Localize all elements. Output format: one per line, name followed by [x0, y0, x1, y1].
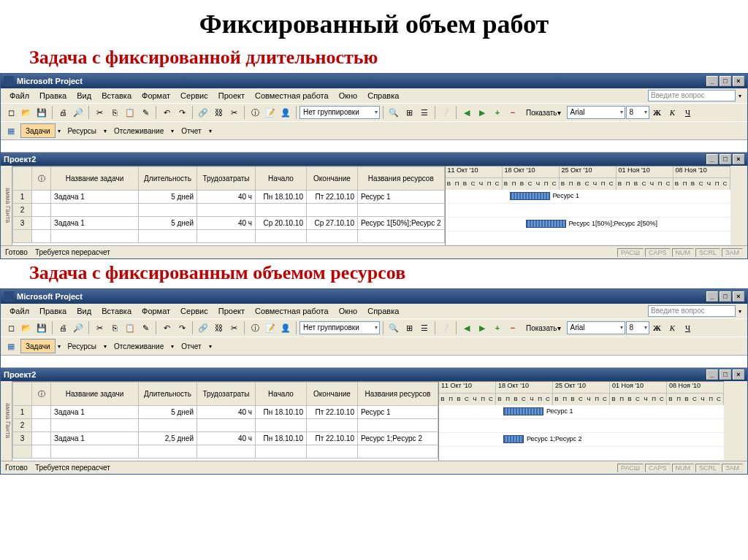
gantt-side-tab[interactable]: амма Ганта: [1, 166, 12, 245]
table-row[interactable]: 1Задача 15 дней40 чПн 18.10.10Пт 22.10.1…: [13, 191, 445, 204]
font-size-combo[interactable]: 8: [626, 106, 649, 119]
font-size-combo[interactable]: 8: [626, 321, 649, 334]
undo-button[interactable]: [159, 321, 174, 335]
task-info-button[interactable]: ⓘ: [248, 321, 262, 335]
gantt-chart[interactable]: 11 Окт '10ВПВСЧПС18 Окт '10ВПВСЧПС25 Окт…: [446, 166, 730, 245]
font-name-combo[interactable]: Arial: [567, 106, 625, 119]
resources-tab[interactable]: Ресурсы: [63, 123, 102, 138]
help-search-input[interactable]: Введите вопрос: [648, 305, 736, 317]
format-painter-button[interactable]: ✎: [138, 321, 153, 335]
menu-file[interactable]: Файл: [5, 305, 34, 317]
gantt-row[interactable]: Ресурс 1[50%];Ресурс 2[50%]: [446, 218, 730, 231]
cut-button[interactable]: [92, 321, 107, 335]
print-button[interactable]: [56, 105, 70, 120]
copy-button[interactable]: [107, 105, 122, 120]
help-icon[interactable]: ❔: [438, 105, 453, 120]
notes-button[interactable]: 📝: [263, 321, 278, 335]
underline-button[interactable]: Ч: [681, 321, 695, 335]
doc-maximize-button[interactable]: □: [720, 369, 731, 380]
doc-close-button[interactable]: ×: [733, 154, 744, 164]
indent-button[interactable]: [475, 321, 489, 335]
help-search-input[interactable]: Введите вопрос: [648, 90, 736, 101]
doc-maximize-button[interactable]: □: [720, 154, 731, 164]
cut-button[interactable]: [92, 105, 107, 120]
table-row[interactable]: 2: [13, 204, 445, 217]
format-painter-button[interactable]: ✎: [138, 105, 153, 120]
split-task-button[interactable]: ✂: [226, 105, 241, 120]
formula-bar[interactable]: [1, 139, 747, 153]
maximize-button[interactable]: □: [720, 76, 731, 86]
close-button[interactable]: ×: [733, 291, 744, 302]
gantt-bar[interactable]: [510, 192, 550, 200]
zoom-button[interactable]: [386, 321, 401, 335]
maximize-button[interactable]: □: [720, 291, 731, 302]
minimize-button[interactable]: _: [706, 291, 718, 302]
formula-bar[interactable]: [1, 355, 747, 368]
paste-button[interactable]: [123, 321, 137, 335]
copy-button[interactable]: [107, 321, 122, 335]
menu-file[interactable]: Файл: [5, 90, 34, 101]
goto-task-button[interactable]: ⊞: [402, 105, 416, 120]
outdent-button[interactable]: [459, 321, 474, 335]
outdent-button[interactable]: [459, 105, 474, 120]
gantt-side-tab[interactable]: амма Ганта: [1, 381, 12, 461]
underline-button[interactable]: Ч: [681, 105, 695, 120]
doc-minimize-button[interactable]: _: [706, 369, 718, 380]
menu-tools[interactable]: Сервис: [176, 90, 213, 101]
task-grid[interactable]: ⓘНазвание задачиДлительностьТрудозатраты…: [12, 166, 446, 245]
menu-window[interactable]: Окно: [335, 305, 362, 317]
gantt-row[interactable]: Ресурс 1: [446, 190, 730, 204]
report-tab[interactable]: Отчет: [176, 339, 206, 353]
menu-edit[interactable]: Правка: [35, 90, 71, 101]
menu-insert[interactable]: Вставка: [97, 305, 136, 317]
unlink-tasks-button[interactable]: ⛓: [211, 321, 226, 335]
new-button[interactable]: [4, 105, 18, 120]
paste-button[interactable]: [123, 105, 137, 120]
bold-button[interactable]: Ж: [650, 105, 665, 120]
task-grid[interactable]: ⓘНазвание задачиДлительностьТрудозатраты…: [12, 382, 439, 461]
print-preview-button[interactable]: 🔎: [71, 105, 85, 120]
views-list-icon[interactable]: ▦: [4, 123, 18, 138]
new-button[interactable]: [4, 321, 18, 335]
menu-project[interactable]: Проект: [214, 305, 249, 317]
table-row[interactable]: 1Задача 15 дней40 чПн 18.10.10Пт 22.10.1…: [13, 406, 438, 419]
zoom-button[interactable]: [386, 105, 401, 120]
print-button[interactable]: [56, 321, 70, 335]
unlink-tasks-button[interactable]: ⛓: [211, 105, 226, 120]
gantt-bar[interactable]: [503, 407, 543, 415]
wbs-button[interactable]: ☰: [417, 321, 432, 335]
menu-format[interactable]: Формат: [137, 305, 175, 317]
menu-window[interactable]: Окно: [335, 90, 362, 101]
minimize-button[interactable]: _: [706, 76, 718, 86]
table-row[interactable]: 3Задача 12,5 дней40 чПн 18.10.10Пт 22.10…: [13, 432, 438, 445]
open-button[interactable]: [19, 321, 34, 335]
grouping-combo[interactable]: Нет группировки: [299, 321, 380, 334]
gantt-row[interactable]: [439, 419, 724, 433]
doc-title-bar[interactable]: Проект2 _ □ ×: [1, 153, 747, 166]
open-button[interactable]: [19, 105, 34, 120]
tracking-tab[interactable]: Отслеживание: [109, 123, 169, 138]
save-button[interactable]: [34, 105, 49, 120]
doc-minimize-button[interactable]: _: [706, 154, 718, 164]
menu-collab[interactable]: Совместная работа: [251, 90, 333, 101]
gantt-row[interactable]: Ресурс 1: [439, 405, 724, 419]
menu-insert[interactable]: Вставка: [97, 90, 136, 101]
indent-button[interactable]: [475, 105, 489, 120]
wbs-button[interactable]: ☰: [417, 105, 432, 120]
show-button[interactable]: Показать▾: [521, 105, 566, 120]
show-button[interactable]: Показать▾: [521, 321, 566, 335]
help-dropdown-icon[interactable]: ▾: [737, 93, 743, 99]
grouping-combo[interactable]: Нет группировки: [299, 106, 380, 119]
save-button[interactable]: [34, 321, 49, 335]
link-tasks-button[interactable]: [196, 321, 210, 335]
menu-help[interactable]: Справка: [363, 90, 403, 101]
table-row[interactable]: 2: [13, 419, 438, 432]
table-row[interactable]: [13, 230, 445, 243]
resources-tab[interactable]: Ресурсы: [63, 339, 102, 353]
collapse-button[interactable]: [505, 105, 520, 120]
font-name-combo[interactable]: Arial: [567, 321, 625, 334]
menu-collab[interactable]: Совместная работа: [251, 305, 333, 317]
menu-view[interactable]: Вид: [72, 90, 96, 101]
gantt-chart[interactable]: 11 Окт '10ВПВСЧПС18 Окт '10ВПВСЧПС25 Окт…: [439, 382, 724, 461]
collapse-button[interactable]: [505, 321, 520, 335]
